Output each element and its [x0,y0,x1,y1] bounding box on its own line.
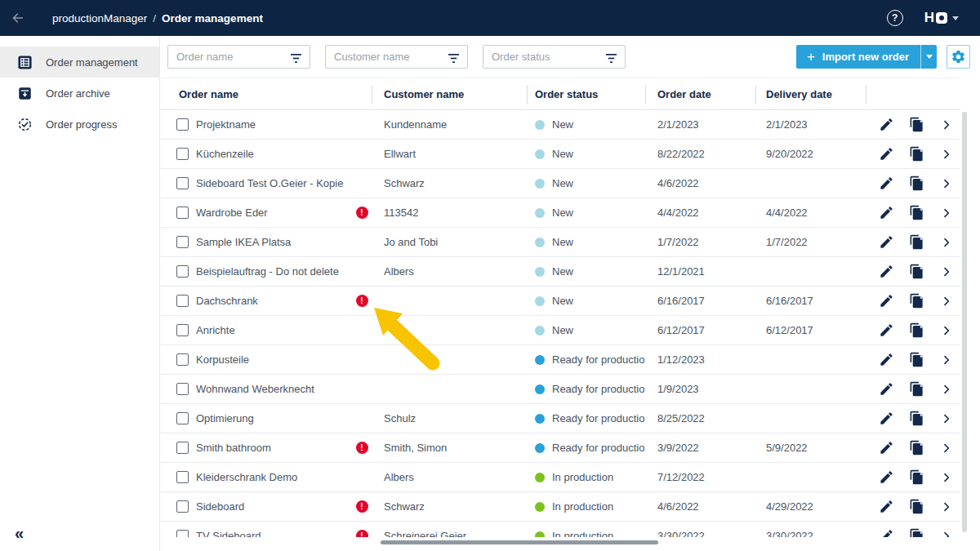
edit-button[interactable] [878,322,894,339]
edit-button[interactable] [878,499,894,515]
customer-name-cell: Schwarz [372,500,527,513]
order-name-filter-input[interactable] [168,51,283,63]
open-row-button[interactable] [938,381,955,398]
open-row-button[interactable] [938,322,955,339]
row-checkbox[interactable] [176,383,189,395]
row-checkbox[interactable] [176,236,189,248]
topbar: productionManager / Order management ? H [0,0,980,36]
header-order-name[interactable]: Order name [160,78,372,109]
row-checkbox[interactable] [176,471,189,483]
copy-button[interactable] [908,264,924,280]
edit-button[interactable] [878,293,894,309]
import-dropdown-button[interactable] [920,45,937,69]
help-icon[interactable]: ? [887,10,903,26]
open-row-button[interactable] [938,411,955,427]
copy-button[interactable] [908,499,924,515]
edit-button[interactable] [878,205,894,221]
edit-button[interactable] [878,117,894,133]
open-row-button[interactable] [938,234,955,251]
row-checkbox[interactable] [176,118,189,131]
vertical-scrollbar[interactable] [962,112,967,532]
edit-button[interactable] [878,176,894,192]
open-row-button[interactable] [938,264,955,280]
copy-button[interactable] [908,352,924,368]
open-row-button[interactable] [938,469,955,486]
copy-button[interactable] [908,117,924,133]
table-row[interactable]: Korpusteile ! Ready for production 1/12/… [160,345,960,375]
copy-button[interactable] [908,381,924,398]
open-row-button[interactable] [938,499,955,515]
sidebar-collapse-button[interactable]: « [15,525,24,541]
table-row[interactable]: Sample IKEA Platsa ! Jo and Tobi New 1/7… [160,228,960,257]
open-row-button[interactable] [938,146,955,162]
table-row[interactable]: Wohnwand Weberknecht ! Ready for product… [160,375,960,404]
open-row-button[interactable] [938,352,955,368]
copy-button[interactable] [908,205,924,221]
edit-button[interactable] [878,411,894,427]
header-order-status[interactable]: Order status [527,78,645,109]
header-customer-name[interactable]: Customer name [372,78,527,109]
edit-button[interactable] [878,264,894,280]
sidebar-item-order-management[interactable]: Order management [0,47,159,78]
sidebar-item-order-progress[interactable]: Order progress [0,109,159,140]
row-checkbox[interactable] [176,324,189,336]
table-row[interactable]: Wardrobe Eder ! 113542 New 4/4/2022 4/4/… [160,198,960,228]
open-row-button[interactable] [938,176,955,192]
edit-button[interactable] [878,381,894,398]
table-row[interactable]: Kleiderschrank Demo ! Albers In producti… [160,463,960,492]
row-checkbox[interactable] [176,148,189,160]
copy-button[interactable] [908,293,924,309]
account-menu[interactable]: H [924,10,959,26]
table-row[interactable]: Smith bathroom ! Smith, Simon Ready for … [160,433,960,463]
import-new-order-button[interactable]: + Import new order [796,45,920,69]
row-checkbox[interactable] [176,442,189,454]
edit-button[interactable] [878,440,894,456]
open-row-button[interactable] [938,205,955,221]
table-row[interactable]: Sideboard ! Schwarz In production 4/6/20… [160,492,960,522]
order-status-filter-input[interactable] [483,51,598,63]
header-delivery-date[interactable]: Delivery date [755,78,866,109]
open-row-button[interactable] [938,117,955,133]
order-status-filter[interactable] [483,45,626,69]
copy-button[interactable] [908,440,924,456]
copy-button[interactable] [908,322,924,339]
row-checkbox[interactable] [176,353,189,366]
open-row-button[interactable] [938,440,955,456]
table-row[interactable]: Beispielauftrag - Do not delete ! Albers… [160,257,960,287]
table-row[interactable]: Optimierung ! Schulz Ready for productio… [160,404,960,433]
row-checkbox[interactable] [176,265,189,278]
order-name-cell: Smith bathroom [196,442,352,454]
table-row[interactable]: Projektname ! Kundenname New 2/1/2023 2/… [160,110,960,140]
table-row[interactable]: Sideboard Test O.Geier - Kopie ! Schwarz… [160,169,960,198]
open-row-button[interactable] [938,293,955,309]
table-row[interactable]: Anrichte ! New 6/12/2017 6/12/2017 [160,316,960,345]
copy-button[interactable] [908,176,924,192]
copy-button[interactable] [908,234,924,251]
row-checkbox[interactable] [176,177,189,189]
customer-name-filter-input[interactable] [326,51,440,63]
back-button[interactable] [0,0,36,36]
settings-button[interactable] [947,45,970,69]
row-checkbox[interactable] [176,412,189,424]
row-checkbox[interactable] [176,500,189,513]
order-name-cell: Küchenzeile [196,148,352,160]
copy-button[interactable] [908,411,924,427]
edit-button[interactable] [878,469,894,486]
customer-name-filter[interactable] [325,45,468,69]
horizontal-scrollbar[interactable] [381,540,658,544]
row-checkbox[interactable] [176,207,189,219]
edit-button[interactable] [878,352,894,368]
copy-button[interactable] [908,146,924,162]
order-name-filter[interactable] [167,45,310,69]
order-status-cell: Ready for production [527,412,645,424]
table-row[interactable]: Küchenzeile ! Ellwart New 8/22/2022 9/20… [160,140,960,169]
copy-icon [909,264,924,279]
edit-button[interactable] [878,234,894,251]
edit-button[interactable] [878,146,894,162]
table-row[interactable]: Dachschrank ! New 6/16/2017 6/16/2017 [160,287,960,316]
header-order-date[interactable]: Order date [645,78,755,109]
sidebar-item-order-archive[interactable]: Order archive [0,78,159,109]
copy-button[interactable] [908,469,924,486]
error-icon: ! [356,500,368,513]
row-checkbox[interactable] [176,295,189,307]
